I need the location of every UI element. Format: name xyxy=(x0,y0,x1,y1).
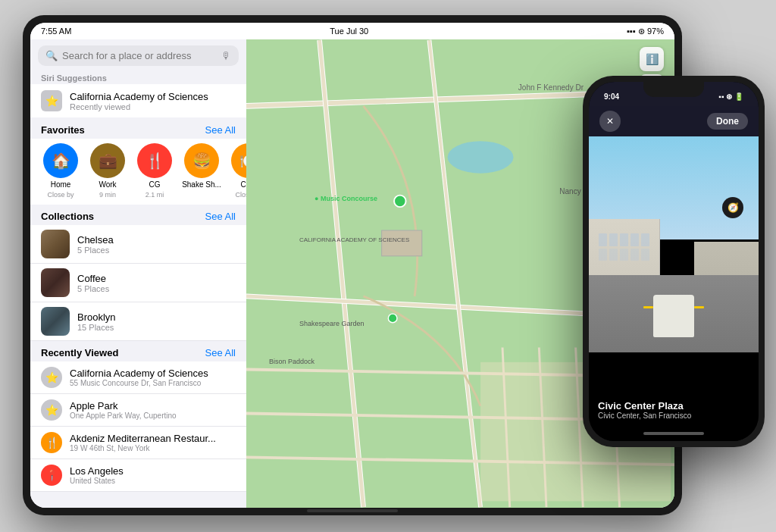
map-label-academy: CALIFORNIA ACADEMY OF SCIENCES xyxy=(299,236,360,243)
phone-done-button[interactable]: Done xyxy=(707,113,748,130)
recent-akdeniz-icon: 🍴 xyxy=(41,432,62,453)
phone-location-subtitle: Civic Center, San Francisco xyxy=(598,412,749,420)
recent-apple-park[interactable]: ⭐ Apple Park One Apple Park Way, Cuperti… xyxy=(30,394,246,427)
collection-brooklyn[interactable]: Brooklyn 15 Places xyxy=(30,302,246,341)
map-label-concourse: ● Music Concourse xyxy=(314,195,377,202)
favorite-cg[interactable]: 🍴 CG 2.1 mi xyxy=(135,143,174,199)
collections-see-all[interactable]: See All xyxy=(205,211,236,222)
collections-label: Collections xyxy=(41,211,94,222)
collection-coffee-name: Coffee xyxy=(77,273,109,284)
favorite-work-label: Work xyxy=(99,180,116,189)
phone-location-name: Civic Center Plaza xyxy=(598,400,749,412)
collection-coffee[interactable]: Coffee 5 Places xyxy=(30,264,246,302)
favorite-ce-icon: 🍽️ xyxy=(231,143,246,178)
phone-home-bar xyxy=(643,432,704,435)
favorite-ce-label: Ce... xyxy=(240,180,246,189)
collection-chelsea-count: 5 Places xyxy=(77,246,114,255)
svg-point-20 xyxy=(388,314,397,323)
favorite-work[interactable]: 💼 Work 9 min xyxy=(88,143,127,199)
phone-back-button[interactable]: ✕ xyxy=(599,111,621,132)
collection-coffee-count: 5 Places xyxy=(77,284,109,293)
road-line-left xyxy=(643,306,653,308)
search-input[interactable] xyxy=(62,50,217,61)
tablet-body: 🔍 🎙 Siri Suggestions ⭐ California Academ… xyxy=(30,39,674,508)
map-label-kennedy: John F Kennedy Dr xyxy=(518,83,584,92)
collection-brooklyn-text: Brooklyn 15 Places xyxy=(77,311,116,332)
phone-screen: 9:04 ▪▪ ⊛ 🔋 ✕ Done xyxy=(589,82,759,441)
recent-akdeniz-name: Akdeniz Mediterranean Restaur... xyxy=(70,433,216,444)
favorite-work-icon: 💼 xyxy=(90,143,125,178)
tablet-screen: 7:55 AM Tue Jul 30 ▪▪▪ ⊛ 97% 🔍 🎙 Siri Su… xyxy=(30,23,674,508)
phone-time: 9:04 xyxy=(604,92,619,101)
tablet-time: 7:55 AM xyxy=(41,27,71,36)
recent-los-angeles[interactable]: 📍 Los Angeles United States xyxy=(30,459,246,492)
favorite-ce[interactable]: 🍽️ Ce... Close by xyxy=(229,143,246,199)
recent-cal-academy-icon: ⭐ xyxy=(41,367,62,388)
road-line-right xyxy=(694,306,704,308)
search-icon: 🔍 xyxy=(45,50,58,61)
siri-suggestion-text: California Academy of Sciences Recently … xyxy=(70,91,208,111)
siri-suggestion-subtitle: Recently viewed xyxy=(70,102,208,111)
favorites-label: Favorites xyxy=(41,124,85,136)
svg-point-18 xyxy=(394,196,405,207)
recently-viewed-header: Recently Viewed See All xyxy=(30,341,246,361)
favorite-shake[interactable]: 🍔 Shake Sh... xyxy=(182,143,221,199)
svg-point-9 xyxy=(448,141,514,173)
collection-coffee-text: Coffee 5 Places xyxy=(77,273,109,293)
collection-chelsea-thumb xyxy=(41,230,70,258)
favorite-shake-label: Shake Sh... xyxy=(182,180,221,189)
collection-brooklyn-thumb xyxy=(41,307,70,336)
favorite-home[interactable]: 🏠 Home Close by xyxy=(41,143,80,199)
phone-compass-button[interactable]: 🧭 xyxy=(722,197,743,218)
microphone-icon[interactable]: 🎙 xyxy=(221,50,231,61)
recent-cal-academy-name: California Academy of Sciences xyxy=(70,368,208,379)
sidebar: 🔍 🎙 Siri Suggestions ⭐ California Academ… xyxy=(30,39,246,508)
recent-apple-park-addr: One Apple Park Way, Cupertino xyxy=(70,412,177,420)
recent-los-angeles-addr: United States xyxy=(70,477,124,485)
recently-viewed-label: Recently Viewed xyxy=(41,347,118,358)
favorites-row: 🏠 Home Close by 💼 Work 9 min 🍴 CG xyxy=(30,139,246,205)
phone-device: 9:04 ▪▪ ⊛ 🔋 ✕ Done xyxy=(583,76,765,447)
collections-header: Collections See All xyxy=(30,205,246,225)
recent-cal-academy-addr: 55 Music Concourse Dr, San Francisco xyxy=(70,379,208,387)
map-label-bison: Bison Paddock xyxy=(269,358,314,365)
tablet-system-icons: ▪▪▪ ⊛ 97% xyxy=(627,27,664,36)
recent-akdeniz-addr: 19 W 46th St, New York xyxy=(70,444,216,452)
favorites-header: Favorites See All xyxy=(30,118,246,139)
collection-chelsea[interactable]: Chelsea 5 Places xyxy=(30,225,246,264)
siri-suggestion-icon: ⭐ xyxy=(41,90,62,111)
tablet-status-bar: 7:55 AM Tue Jul 30 ▪▪▪ ⊛ 97% xyxy=(30,23,674,39)
recently-viewed-see-all[interactable]: See All xyxy=(205,347,236,358)
favorites-see-all[interactable]: See All xyxy=(205,124,236,136)
street-car xyxy=(653,295,694,337)
phone-status-bar: 9:04 ▪▪ ⊛ 🔋 xyxy=(589,82,759,106)
search-bar[interactable]: 🔍 🎙 xyxy=(38,45,239,66)
siri-suggestion-item[interactable]: ⭐ California Academy of Sciences Recentl… xyxy=(30,84,246,117)
collection-brooklyn-name: Brooklyn xyxy=(77,311,116,323)
recent-apple-park-icon: ⭐ xyxy=(41,399,62,421)
recent-cal-academy-text: California Academy of Sciences 55 Music … xyxy=(70,368,208,387)
recent-los-angeles-text: Los Angeles United States xyxy=(70,465,124,485)
recent-akdeniz[interactable]: 🍴 Akdeniz Mediterranean Restaur... 19 W … xyxy=(30,427,246,459)
phone-location-bar: Civic Center Plaza Civic Center, San Fra… xyxy=(589,394,759,426)
favorite-work-sublabel: 9 min xyxy=(99,191,116,199)
collection-chelsea-text: Chelsea 5 Places xyxy=(77,234,114,255)
recent-apple-park-name: Apple Park xyxy=(70,400,177,412)
siri-suggestions-label: Siri Suggestions xyxy=(30,69,246,84)
collection-brooklyn-count: 15 Places xyxy=(77,323,116,332)
recent-los-angeles-name: Los Angeles xyxy=(70,465,124,477)
phone-notch xyxy=(643,82,704,97)
tablet-date: Tue Jul 30 xyxy=(330,27,368,36)
collection-chelsea-name: Chelsea xyxy=(77,234,114,246)
map-label-shakespeare: Shakespeare Garden xyxy=(299,320,365,327)
collection-coffee-thumb xyxy=(41,268,70,297)
phone-top-bar: ✕ Done xyxy=(589,106,759,136)
info-button[interactable]: ℹ️ xyxy=(640,47,664,71)
favorite-cg-icon: 🍴 xyxy=(137,143,172,178)
recent-apple-park-text: Apple Park One Apple Park Way, Cupertino xyxy=(70,400,177,420)
recent-los-angeles-icon: 📍 xyxy=(41,465,62,486)
favorite-home-sublabel: Close by xyxy=(47,191,74,199)
favorite-cg-label: CG xyxy=(149,180,161,189)
recent-cal-academy[interactable]: ⭐ California Academy of Sciences 55 Musi… xyxy=(30,361,246,394)
phone-signal-icons: ▪▪ ⊛ 🔋 xyxy=(718,92,743,101)
